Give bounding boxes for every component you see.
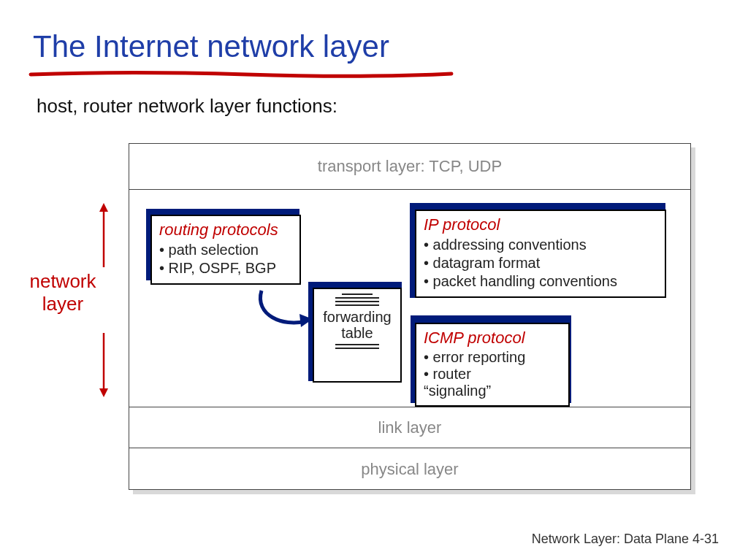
routing-protocols-box: routing protocols • path selection • RIP… — [150, 215, 301, 285]
svg-marker-3 — [99, 388, 108, 397]
physical-layer-row: physical layer — [129, 448, 690, 490]
ip-line-2: • datagram format — [424, 254, 657, 272]
footer-text: Network Layer: Data Plane 4- — [532, 532, 704, 546]
svg-marker-4 — [299, 314, 313, 327]
slide-footer: Network Layer: Data Plane 4-31 — [532, 532, 719, 547]
forwarding-table-box: forwarding table — [313, 288, 402, 383]
forwarding-table-bottom-lines-icon — [317, 344, 397, 349]
ip-title: IP protocol — [424, 215, 657, 234]
arrow-up-icon — [96, 203, 111, 269]
icmp-protocol-box: ICMP protocol • error reporting • router… — [415, 323, 570, 407]
arrow-down-icon — [96, 331, 111, 397]
icmp-line-3: “signaling” — [424, 383, 561, 399]
icmp-line-1: • error reporting — [424, 349, 561, 366]
routing-to-forwarding-arrow-icon — [251, 285, 317, 336]
layer-stack: transport layer: TCP, UDP link layer phy… — [129, 143, 691, 490]
footer-page-number: 31 — [704, 532, 719, 546]
icmp-title: ICMP protocol — [424, 329, 561, 348]
forwarding-table-top-lines-icon — [317, 294, 397, 306]
network-layer-label: network layer — [19, 270, 107, 315]
ip-line-3: • packet handling conventions — [424, 272, 657, 291]
routing-title: routing protocols — [159, 220, 292, 239]
subtitle: host, router network layer functions: — [37, 95, 337, 118]
transport-layer-row: transport layer: TCP, UDP — [129, 144, 690, 189]
icmp-line-2: • router — [424, 366, 561, 383]
svg-marker-1 — [99, 203, 108, 212]
routing-line-1: • path selection — [159, 241, 292, 259]
title-underline-icon — [28, 69, 459, 82]
link-layer-row: link layer — [129, 407, 690, 448]
ip-protocol-box: IP protocol • addressing conventions • d… — [415, 210, 666, 298]
slide-title: The Internet network layer — [33, 29, 389, 64]
routing-line-2: • RIP, OSPF, BGP — [159, 259, 292, 277]
ip-line-1: • addressing conventions — [424, 236, 657, 254]
forwarding-table-label: forwarding table — [317, 309, 397, 341]
